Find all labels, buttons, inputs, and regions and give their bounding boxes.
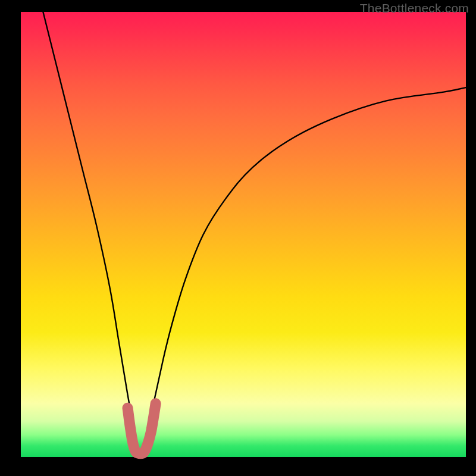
curve-layer: [21, 12, 466, 457]
watermark-text: TheBottleneck.com: [360, 1, 469, 15]
optimal-zone-marker: [128, 403, 156, 453]
plot-area: [21, 12, 466, 457]
chart-frame: TheBottleneck.com: [0, 0, 476, 476]
bottleneck-curve: [43, 12, 466, 457]
